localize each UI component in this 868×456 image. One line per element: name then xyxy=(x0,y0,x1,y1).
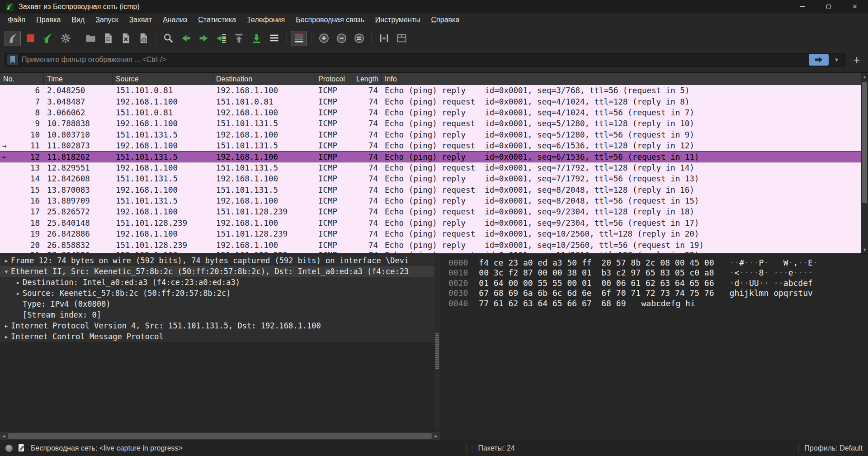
filter-bookmark-icon[interactable] xyxy=(7,54,18,65)
open-capture-file-button[interactable] xyxy=(82,31,99,46)
capture-options-button[interactable] xyxy=(57,31,74,46)
detail-line[interactable]: ▶Source: Keenetic_57:8b:2c (50:ff:20:57:… xyxy=(0,288,435,299)
packet-row[interactable]: →1111.802873192.168.1.100151.101.131.5IC… xyxy=(0,140,861,151)
capture-comment-icon[interactable] xyxy=(18,444,25,452)
scroll-right-arrow-icon[interactable]: ▶ xyxy=(432,432,440,440)
menu-item-capture[interactable]: Захват xyxy=(123,14,157,25)
column-header-info[interactable]: Info xyxy=(382,73,861,85)
first-packet-button[interactable] xyxy=(231,31,247,46)
scroll-left-arrow-icon[interactable]: ◀ xyxy=(0,432,8,440)
packet-row[interactable]: 1010.803710151.101.131.5192.168.1.100ICM… xyxy=(0,129,861,140)
menu-item-statistics[interactable]: Статистика xyxy=(193,14,241,25)
close-capture-file-button[interactable] xyxy=(118,31,134,46)
menu-item-view[interactable]: Вид xyxy=(66,14,90,25)
menu-item-help[interactable]: Справка xyxy=(426,14,465,25)
column-header-len[interactable]: Length xyxy=(353,73,382,85)
packet-row[interactable]: ←1211.818262151.101.131.5192.168.1.100IC… xyxy=(0,151,861,162)
auto-scroll-button[interactable] xyxy=(266,31,282,46)
reload-capture-file-button[interactable] xyxy=(135,31,151,46)
scrollbar-thumb[interactable] xyxy=(862,82,867,203)
cell-no: 10 xyxy=(11,130,44,139)
packet-row[interactable]: 73.048487192.168.1.100151.101.0.81ICMP74… xyxy=(0,96,861,107)
previous-packet-button[interactable] xyxy=(178,31,194,46)
scroll-up-arrow-icon[interactable]: ▲ xyxy=(861,73,868,81)
last-packet-button[interactable] xyxy=(248,31,264,46)
expander-closed-icon[interactable]: ▶ xyxy=(2,258,11,263)
zoom-in-button[interactable] xyxy=(316,31,332,46)
packet-list-scrollbar[interactable]: ▲ ▼ xyxy=(861,73,868,253)
detail-line[interactable]: ▶Internet Protocol Version 4, Src: 151.1… xyxy=(0,320,435,331)
display-filter-field[interactable]: ▼ xyxy=(5,53,845,66)
expander-closed-icon[interactable]: ▶ xyxy=(14,291,23,296)
packet-row[interactable]: 1825.840148151.101.128.239192.168.1.100I… xyxy=(0,218,861,228)
menu-item-go[interactable]: Запуск xyxy=(90,14,123,25)
display-filter-input[interactable] xyxy=(22,56,809,64)
column-header-time[interactable]: Time xyxy=(44,73,113,85)
restart-capture-button[interactable] xyxy=(40,31,56,46)
menu-item-wireless[interactable]: Беспроводная связь xyxy=(290,14,370,25)
packet-row[interactable]: 1312.829551192.168.1.100151.101.131.5ICM… xyxy=(0,162,861,173)
minimize-button[interactable] xyxy=(789,0,816,14)
detail-line[interactable]: ▶Frame 12: 74 bytes on wire (592 bits), … xyxy=(0,255,435,266)
cell-dst: 192.168.1.100 xyxy=(213,196,315,205)
column-header-no[interactable]: No. xyxy=(0,73,44,85)
packet-row[interactable]: 62.048250151.101.0.81192.168.1.100ICMP74… xyxy=(0,85,861,96)
packet-row[interactable]: 83.066062151.101.0.81192.168.1.100ICMP74… xyxy=(0,107,861,118)
details-vertical-scrollbar[interactable] xyxy=(434,254,440,432)
menu-item-analyze[interactable]: Анализ xyxy=(157,14,193,25)
hex-row[interactable]: 002001 64 00 00 55 55 00 01 00 06 61 62 … xyxy=(448,278,868,288)
profile-selector[interactable]: Профиль: Default xyxy=(804,444,863,452)
packet-row[interactable]: 1412.842608151.101.131.5192.168.1.100ICM… xyxy=(0,173,861,184)
go-to-packet-button[interactable] xyxy=(213,31,229,46)
packet-row[interactable]: 910.788838192.168.1.100151.101.131.5ICMP… xyxy=(0,118,861,129)
hex-row[interactable]: 003067 68 69 6a 6b 6c 6d 6e 6f 70 71 72 … xyxy=(448,288,868,298)
menu-item-edit[interactable]: Правка xyxy=(31,14,66,25)
hex-row[interactable]: 004077 61 62 63 64 65 66 67 68 69wabcdef… xyxy=(448,299,868,309)
zoom-normal-button[interactable] xyxy=(351,31,367,46)
expander-closed-icon[interactable]: ▶ xyxy=(14,280,23,285)
find-packet-button[interactable] xyxy=(160,31,176,46)
add-filter-button[interactable]: + xyxy=(850,53,863,66)
detail-line[interactable]: ▶Destination: Intel_a0:ed:a3 (f4:ce:23:a… xyxy=(0,277,435,288)
cell-info: Echo (ping) request id=0x0001, seq=6/153… xyxy=(382,141,694,150)
expander-open-icon[interactable]: ▼ xyxy=(2,269,11,274)
expander-closed-icon[interactable]: ▶ xyxy=(2,323,11,328)
start-capture-button[interactable] xyxy=(5,31,21,46)
next-packet-button[interactable] xyxy=(195,31,212,46)
filter-dropdown-chevron-icon[interactable]: ▼ xyxy=(830,57,843,62)
expert-info-icon[interactable] xyxy=(5,445,13,452)
menu-item-file[interactable]: Файл xyxy=(2,14,31,25)
detail-line[interactable]: ▶Internet Control Message Protocol xyxy=(0,331,435,342)
close-button[interactable]: × xyxy=(842,0,868,14)
expander-closed-icon[interactable]: ▶ xyxy=(2,334,11,339)
details-scrollbar-thumb[interactable] xyxy=(435,333,439,369)
packet-row[interactable]: 1513.870083192.168.1.100151.101.131.5ICM… xyxy=(0,185,861,195)
column-header-dst[interactable]: Destination xyxy=(213,73,315,85)
hex-row[interactable]: 0000f4 ce 23 a0 ed a3 50 ff 20 57 8b 2c … xyxy=(448,258,868,268)
zoom-out-button[interactable] xyxy=(333,31,349,46)
apply-filter-button[interactable] xyxy=(809,54,829,66)
save-capture-file-button[interactable] xyxy=(100,31,116,46)
packet-row[interactable]: 2026.858832151.101.128.239192.168.1.100I… xyxy=(0,239,861,250)
column-header-src[interactable]: Source xyxy=(113,73,213,85)
detail-line[interactable]: Type: IPv4 (0x0800) xyxy=(0,299,435,309)
column-header-proto[interactable]: Protocol xyxy=(315,73,353,85)
detail-line[interactable]: ▼Ethernet II, Src: Keenetic_57:8b:2c (50… xyxy=(0,266,435,277)
colorize-packets-button[interactable] xyxy=(291,31,307,46)
resize-columns-button[interactable] xyxy=(376,31,392,46)
menu-item-telephony[interactable]: Телефония xyxy=(241,14,290,25)
packet-row[interactable]: 1725.826572192.168.1.100151.101.128.239I… xyxy=(0,206,861,217)
window-controls: × xyxy=(789,0,868,14)
detail-line[interactable]: [Stream index: 0] xyxy=(0,309,435,320)
hex-row[interactable]: 001000 3c f2 87 00 00 38 01 b3 c2 97 65 … xyxy=(448,268,868,278)
menu-item-tools[interactable]: Инструменты xyxy=(370,14,426,25)
packet-row[interactable]: 1926.842886192.168.1.100151.101.128.239I… xyxy=(0,228,861,239)
stop-capture-button[interactable] xyxy=(22,31,38,46)
maximize-button[interactable] xyxy=(816,0,842,14)
packet-row[interactable]: 2127.864526192.168.1.100151.101.128.239I… xyxy=(0,251,861,254)
scroll-down-arrow-icon[interactable]: ▼ xyxy=(861,246,868,253)
h-scrollbar-thumb[interactable] xyxy=(8,433,432,439)
fixed-columns-button[interactable]: 1 xyxy=(393,31,410,46)
details-horizontal-scrollbar[interactable]: ◀ ▶ xyxy=(0,432,440,440)
packet-row[interactable]: 1613.889709151.101.131.5192.168.1.100ICM… xyxy=(0,195,861,206)
